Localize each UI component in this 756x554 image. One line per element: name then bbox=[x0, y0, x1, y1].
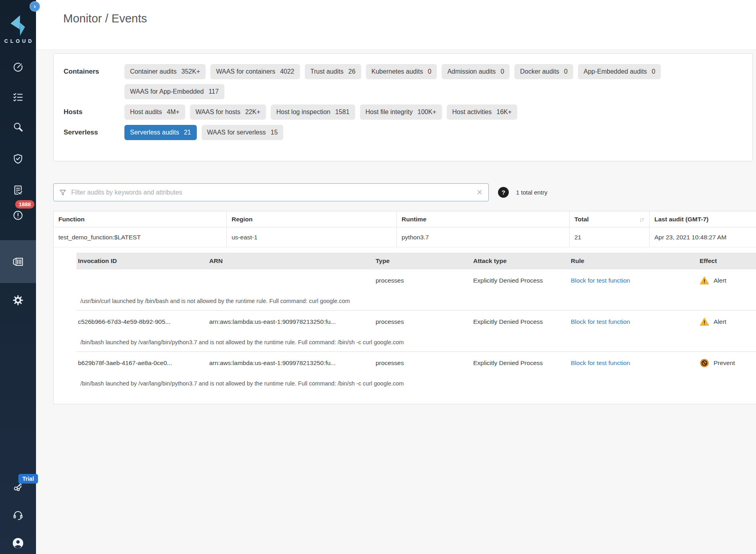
attack-type-cell: Explicitly Denied Process bbox=[472, 359, 569, 367]
top-bar: Monitor / Events bbox=[36, 0, 756, 50]
invocation-block: b629b78f-3aeb-4167-ae8a-0ce0... arn:aws:… bbox=[76, 352, 756, 393]
sidebar-item-compliance[interactable] bbox=[0, 185, 36, 196]
invocation-id-cell: c526b966-67d3-4e59-8b92-905... bbox=[76, 318, 208, 325]
help-icon[interactable]: ? bbox=[498, 187, 509, 198]
shield-check-icon bbox=[12, 153, 24, 165]
page-title: Monitor / Events bbox=[63, 12, 147, 25]
effect-cell: Alert bbox=[698, 276, 756, 285]
filter-bar: ✕ bbox=[53, 183, 489, 201]
prisma-cloud-logo-icon bbox=[7, 14, 29, 38]
sidebar-item-settings[interactable] bbox=[0, 295, 36, 306]
trial-badge: Trial bbox=[18, 474, 38, 484]
sidebar-item-dashboard[interactable] bbox=[0, 62, 36, 73]
function-name-cell: test_demo_function:$LATEST bbox=[54, 227, 227, 247]
audit-message: /bin/bash launched by /var/lang/bin/pyth… bbox=[76, 374, 756, 393]
audit-message: /bin/bash launched by /var/lang/bin/pyth… bbox=[76, 333, 756, 351]
gauge-icon bbox=[12, 62, 24, 73]
clear-filter-icon[interactable]: ✕ bbox=[476, 188, 483, 197]
funnel-icon bbox=[59, 189, 66, 196]
category-row-containers: Containers Container audits352K+ WAAS fo… bbox=[64, 64, 752, 99]
app-root: CLOUD bbox=[0, 0, 756, 554]
prevent-icon bbox=[700, 358, 709, 368]
arn-cell: arn:aws:lambda:us-east-1:909978213250:fu… bbox=[208, 318, 374, 325]
exclamation-circle-icon bbox=[12, 210, 24, 221]
type-cell: processes bbox=[374, 277, 472, 284]
effect-label: Alert bbox=[714, 318, 726, 325]
region-cell: us-east-1 bbox=[227, 227, 397, 247]
chips-hosts: Host audits4M+ WAAS for hosts22K+ Host l… bbox=[124, 104, 740, 120]
type-cell: processes bbox=[374, 318, 472, 325]
container-icon bbox=[12, 256, 24, 268]
attack-type-cell: Explicitly Denied Process bbox=[472, 318, 569, 325]
category-label: Containers bbox=[64, 64, 124, 79]
rule-link[interactable]: Block for test function bbox=[571, 359, 630, 366]
sidebar: CLOUD bbox=[0, 0, 36, 554]
alert-count-badge: 1888 bbox=[15, 200, 34, 209]
invocation-row[interactable]: b629b78f-3aeb-4167-ae8a-0ce0... arn:aws:… bbox=[76, 352, 756, 374]
magnifier-icon bbox=[12, 121, 24, 132]
alert-triangle-icon bbox=[700, 317, 709, 327]
category-label: Serverless bbox=[64, 125, 124, 140]
chip-admission-audits[interactable]: Admission audits0 bbox=[442, 64, 510, 79]
chip-serverless-audits[interactable]: Serverless audits21 bbox=[124, 125, 197, 140]
chip-waas-for-app-embedded[interactable]: WAAS for App-Embedded117 bbox=[124, 84, 224, 99]
invocation-block: c526b966-67d3-4e59-8b92-905... arn:aws:l… bbox=[76, 311, 756, 352]
chip-waas-for-serverless[interactable]: WAAS for serverless15 bbox=[202, 125, 284, 140]
column-header-effect: Effect bbox=[698, 257, 756, 265]
sidebar-item-search[interactable] bbox=[0, 121, 36, 132]
invocation-id-cell: b629b78f-3aeb-4167-ae8a-0ce0... bbox=[76, 359, 208, 367]
rule-cell: Block for test function bbox=[569, 318, 698, 325]
audit-categories-panel: Containers Container audits352K+ WAAS fo… bbox=[53, 53, 753, 161]
column-header-rule: Rule bbox=[569, 257, 698, 265]
rule-link[interactable]: Block for test function bbox=[571, 318, 630, 325]
gear-icon bbox=[12, 295, 24, 306]
sidebar-item-containers-selected[interactable] bbox=[0, 240, 36, 283]
invocation-row[interactable]: processes Explicitly Denied Process Bloc… bbox=[76, 269, 756, 291]
column-header-invocation-id: Invocation ID bbox=[76, 257, 208, 265]
rule-link[interactable]: Block for test function bbox=[571, 277, 630, 284]
invocations-table-header: Invocation ID ARN Type Attack type Rule … bbox=[76, 253, 756, 269]
chip-trust-audits[interactable]: Trust audits26 bbox=[305, 64, 361, 79]
category-row-serverless: Serverless Serverless audits21 WAAS for … bbox=[64, 125, 752, 140]
report-check-icon bbox=[12, 185, 24, 196]
column-header-function: Function bbox=[54, 211, 227, 227]
column-header-region: Region bbox=[227, 211, 397, 227]
headset-icon bbox=[12, 510, 24, 521]
last-audit-cell: Apr 23, 2021 10:48:27 AM bbox=[650, 227, 756, 247]
chip-host-file-integrity[interactable]: Host file integrity100K+ bbox=[360, 104, 442, 120]
effect-cell: Alert bbox=[698, 317, 756, 327]
effect-label: Alert bbox=[714, 277, 726, 284]
chip-docker-audits[interactable]: Docker audits0 bbox=[514, 64, 573, 79]
rule-cell: Block for test function bbox=[569, 359, 698, 367]
chip-container-audits[interactable]: Container audits352K+ bbox=[124, 64, 206, 79]
column-header-type: Type bbox=[374, 257, 472, 265]
audits-table: Function Region Runtime Total ↓↑ Last au… bbox=[53, 211, 756, 404]
sidebar-item-alerts[interactable] bbox=[0, 210, 36, 221]
column-header-runtime: Runtime bbox=[397, 211, 570, 227]
category-row-hosts: Hosts Host audits4M+ WAAS for hosts22K+ … bbox=[64, 104, 752, 120]
chip-kubernetes-audits[interactable]: Kubernetes audits0 bbox=[366, 64, 437, 79]
column-header-last-audit: Last audit (GMT-7) bbox=[650, 211, 756, 227]
user-icon bbox=[12, 537, 24, 549]
sort-icon[interactable]: ↓↑ bbox=[639, 216, 644, 223]
sidebar-item-defend[interactable] bbox=[0, 153, 36, 165]
sidebar-item-support[interactable] bbox=[0, 510, 36, 521]
filter-input[interactable] bbox=[70, 189, 476, 197]
logo-text: CLOUD bbox=[0, 38, 36, 44]
chip-host-audits[interactable]: Host audits4M+ bbox=[124, 104, 185, 120]
chips-serverless: Serverless audits21 WAAS for serverless1… bbox=[124, 125, 740, 140]
chip-app-embedded-audits[interactable]: App-Embedded audits0 bbox=[578, 64, 661, 79]
sidebar-item-account[interactable] bbox=[0, 537, 36, 549]
column-header-attack-type: Attack type bbox=[472, 257, 569, 265]
attack-type-cell: Explicitly Denied Process bbox=[472, 277, 569, 284]
chip-host-activities[interactable]: Host activities16K+ bbox=[447, 104, 518, 120]
invocation-row[interactable]: c526b966-67d3-4e59-8b92-905... arn:aws:l… bbox=[76, 311, 756, 333]
function-row[interactable]: test_demo_function:$LATEST us-east-1 pyt… bbox=[54, 227, 756, 247]
chip-host-log-inspection[interactable]: Host log inspection1581 bbox=[271, 104, 355, 120]
sidebar-collapse-button[interactable]: › bbox=[30, 1, 40, 12]
chip-waas-for-containers[interactable]: WAAS for containers4022 bbox=[210, 64, 300, 79]
chip-waas-for-hosts[interactable]: WAAS for hosts22K+ bbox=[190, 104, 266, 120]
sidebar-item-policies[interactable] bbox=[0, 92, 36, 103]
type-cell: processes bbox=[374, 359, 472, 367]
column-header-total[interactable]: Total ↓↑ bbox=[570, 211, 650, 227]
